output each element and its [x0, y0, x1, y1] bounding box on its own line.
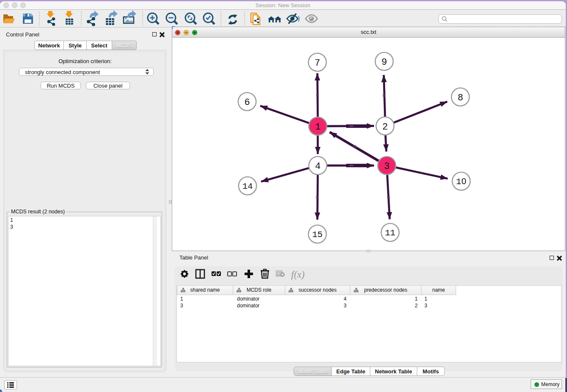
svg-text:14: 14	[242, 182, 253, 191]
svg-text:7: 7	[314, 58, 320, 69]
svg-text:2: 2	[382, 122, 388, 133]
svg-text:1: 1	[456, 177, 461, 187]
svg-text:1: 1	[315, 122, 320, 133]
svg-text:4: 4	[315, 161, 320, 172]
svg-text:15: 15	[312, 230, 323, 240]
svg-text:8: 8	[457, 93, 463, 103]
svg-text:3: 3	[384, 161, 389, 172]
svg-text:f(x): f(x)	[291, 269, 305, 280]
svg-text:0: 0	[461, 176, 466, 186]
svg-text:6: 6	[244, 97, 250, 108]
svg-text:9: 9	[381, 57, 387, 68]
svg-text:11: 11	[385, 228, 396, 238]
